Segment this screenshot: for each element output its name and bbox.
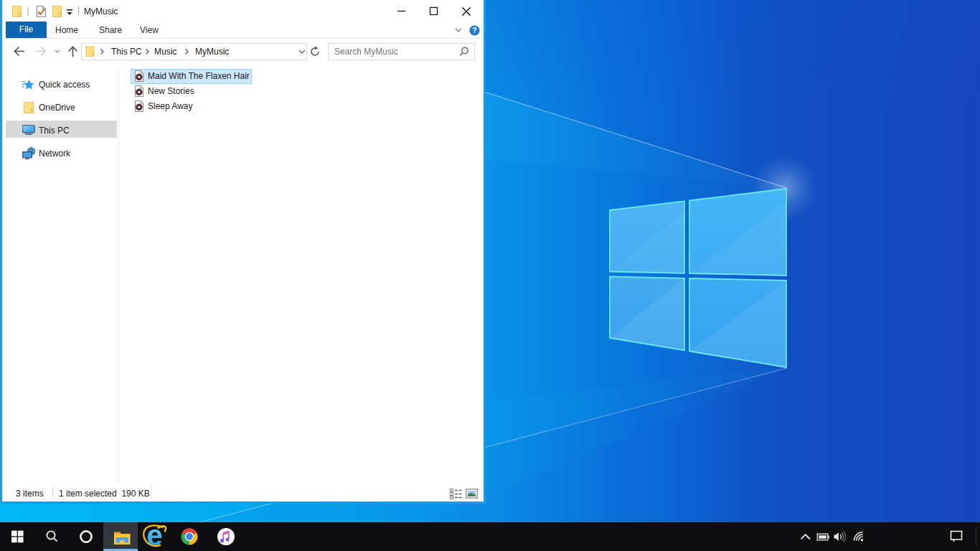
- svg-text:?: ?: [472, 26, 476, 34]
